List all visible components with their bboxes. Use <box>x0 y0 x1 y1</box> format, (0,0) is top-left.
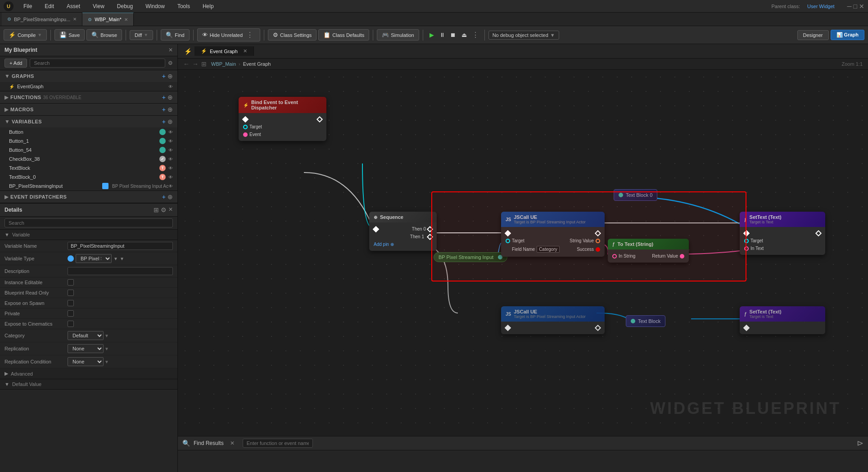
add-pin-button[interactable]: Add pin ⊕ <box>374 242 394 247</box>
detail-replication-cond-select[interactable]: None <box>68 357 104 366</box>
graphs-add-icon[interactable]: + <box>162 73 166 80</box>
var-button54[interactable]: Button_54 👁 <box>0 145 177 154</box>
breadcrumb-wbp[interactable]: WBP_Main <box>211 61 236 67</box>
tab-close-wbp[interactable]: ✕ <box>124 17 128 22</box>
play-more[interactable]: ⋮ <box>470 31 481 39</box>
details-search-input[interactable] <box>5 218 173 227</box>
graph-tabs-nav[interactable]: ⚡ <box>181 48 194 55</box>
macros-settings-icon[interactable]: ⊕ <box>167 106 173 113</box>
find-search-input[interactable] <box>243 439 313 448</box>
functions-settings-icon[interactable]: ⊕ <box>167 94 173 101</box>
blueprint-panel-close[interactable]: ✕ <box>168 47 173 53</box>
hide-more[interactable]: ⋮ <box>244 31 255 39</box>
blueprint-search-input[interactable] <box>30 59 165 68</box>
nav-back[interactable]: ← <box>183 60 190 68</box>
variables-settings-icon[interactable]: ⊕ <box>167 118 173 125</box>
pin-seq-exec-in[interactable] <box>373 226 379 232</box>
class-defaults-button[interactable]: 📋 Class Defaults <box>318 29 369 41</box>
event-dispatchers-settings-icon[interactable]: ⊕ <box>167 193 173 200</box>
hide-unrelated-button[interactable]: 👁 Hide Unrelated ⋮ <box>197 28 260 41</box>
var-textblock0[interactable]: TextBlock_0 T 👁 <box>0 172 177 182</box>
detail-category-select[interactable]: Default <box>68 331 104 340</box>
play-button[interactable]: ▶ <box>427 30 437 40</box>
eject-button[interactable]: ⏏ <box>459 30 469 40</box>
advanced-section[interactable]: ▶ Advanced <box>0 368 177 379</box>
stop-button[interactable]: ⏹ <box>448 30 458 40</box>
nav-forward[interactable]: → <box>192 60 199 68</box>
event-graph-item[interactable]: ⚡ EventGraph 👁 <box>0 82 177 91</box>
menu-window[interactable]: Window <box>143 2 167 10</box>
designer-button[interactable]: Designer <box>797 30 829 40</box>
graphs-section-header[interactable]: ▼ GRAPHS + ⊕ <box>0 70 177 82</box>
text-block-node-bottom[interactable]: Text Block <box>626 315 665 327</box>
menu-asset[interactable]: Asset <box>64 2 83 10</box>
tab-wbp-main[interactable]: ⚙ WBP_Main* ✕ <box>82 13 133 26</box>
detail-var-type-dropdown[interactable]: ▼ <box>113 256 118 261</box>
window-minimize[interactable]: ─ <box>847 3 852 10</box>
pin-bind-event[interactable] <box>243 132 248 137</box>
var-bppixel[interactable]: BP_PixelStreamingInput BP Pixel Streamin… <box>0 182 177 191</box>
graph-canvas[interactable]: ⚡ Bind Event to Event Dispatcher Target <box>178 70 868 436</box>
window-close[interactable]: ✕ <box>859 3 864 10</box>
pin-bind-target[interactable] <box>243 125 248 129</box>
event-dispatchers-add-icon[interactable]: + <box>162 193 166 200</box>
browse-button[interactable]: 🔍 Browse <box>86 29 122 41</box>
pin-js2-exec-in[interactable] <box>505 325 511 331</box>
compile-button[interactable]: ⚡ Compile ▼ <box>4 29 47 41</box>
detail-private-check[interactable] <box>68 310 74 317</box>
details-close-icon[interactable]: ✕ <box>168 206 173 213</box>
details-settings-icon[interactable]: ⚙ <box>161 206 167 213</box>
set-text-node-1[interactable]: ƒ SetText (Text) Target is Text <box>740 212 825 255</box>
find-results-close[interactable]: ✕ <box>230 440 235 446</box>
var-textblock[interactable]: TextBlock T 👁 <box>0 163 177 172</box>
detail-var-name-input[interactable] <box>68 242 173 250</box>
window-maximize[interactable]: □ <box>854 3 857 10</box>
functions-add-icon[interactable]: + <box>162 94 166 101</box>
pin-bind-exec-out[interactable] <box>316 116 323 123</box>
menu-debug[interactable]: Debug <box>114 2 136 10</box>
graph-tab-close[interactable]: ✕ <box>243 48 247 54</box>
bind-event-node[interactable]: ⚡ Bind Event to Event Dispatcher Target <box>239 97 326 141</box>
detail-var-type-select[interactable]: BP Pixel Stre... <box>76 254 112 263</box>
jscall-ue-node-2[interactable]: JS JSCall UE Target is BP Pixel Streamin… <box>501 306 605 334</box>
parent-class-value[interactable]: User Widget <box>807 4 835 9</box>
variables-add-icon[interactable]: + <box>162 118 166 125</box>
detail-expose-cine-check[interactable] <box>68 321 74 327</box>
pause-button[interactable]: ⏸ <box>438 30 448 40</box>
pin-js2-exec-out[interactable] <box>595 325 601 331</box>
simulation-button[interactable]: 🎮 Simulation <box>377 29 419 41</box>
functions-section-header[interactable]: ▶ FUNCTIONS 36 OVERRIDABLE + ⊕ <box>0 91 177 103</box>
detail-bp-readonly-check[interactable] <box>68 290 74 296</box>
pin-settext2-exec-in[interactable] <box>743 325 750 331</box>
detail-inst-editable-check[interactable] <box>68 279 74 286</box>
graphs-settings-icon[interactable]: ⊕ <box>167 73 173 80</box>
macros-add-icon[interactable]: + <box>162 106 166 113</box>
menu-file[interactable]: File <box>21 2 35 10</box>
detail-expose-spawn-check[interactable] <box>68 300 74 306</box>
debug-selector[interactable]: No debug object selected ▼ <box>488 31 559 40</box>
var-button1[interactable]: Button_1 👁 <box>0 136 177 145</box>
var-checkbox38[interactable]: CheckBox_38 ✓ 👁 <box>0 154 177 163</box>
macros-section-header[interactable]: ▶ MACROS + ⊕ <box>0 104 177 115</box>
variables-section-header[interactable]: ▼ VARIABLES + ⊕ <box>0 116 177 127</box>
pin-textblock-bottom-out[interactable] <box>631 319 635 323</box>
pin-bind-exec-in[interactable] <box>242 116 249 123</box>
diff-button[interactable]: Diff ▼ <box>130 30 153 40</box>
menu-view[interactable]: View <box>90 2 107 10</box>
save-button[interactable]: 💾 Save <box>54 29 85 41</box>
details-grid-icon[interactable]: ⊞ <box>154 206 159 213</box>
menu-help[interactable]: Help <box>200 2 217 10</box>
var-button[interactable]: Button 👁 <box>0 127 177 136</box>
add-button[interactable]: + Add <box>5 59 27 68</box>
detail-var-type-extra[interactable]: ▼ <box>120 256 124 261</box>
find-button[interactable]: 🔍 Find <box>161 29 189 41</box>
tab-close-bp[interactable]: ✕ <box>73 17 77 22</box>
menu-tools[interactable]: Tools <box>175 2 193 10</box>
set-text-node-2[interactable]: ƒ SetText (Text) Target is Text <box>740 306 825 334</box>
detail-replication-select[interactable]: None <box>68 344 104 353</box>
graph-tab-event[interactable]: ⚡ Event Graph ✕ <box>194 46 254 56</box>
class-settings-button[interactable]: ⚙ Class Settings <box>268 29 316 41</box>
event-dispatchers-header[interactable]: ▶ EVENT DISPATCHERS + ⊕ <box>0 191 177 203</box>
default-value-section[interactable]: ▼ Default Value <box>0 379 177 390</box>
settings-icon[interactable]: ⚙ <box>168 60 173 66</box>
